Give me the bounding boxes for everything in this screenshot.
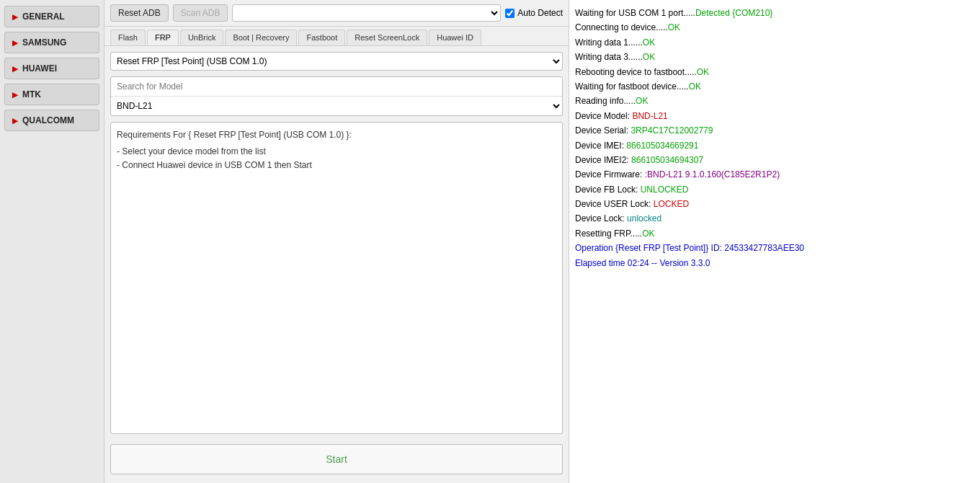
tabs-bar: FlashFRPUnBrickBoot | RecoveryFastbootRe… — [104, 27, 569, 46]
tab-flash[interactable]: Flash — [110, 30, 146, 45]
log-line: Connecting to device.....OK — [575, 20, 974, 35]
requirement-item: - Select your device model from the list — [117, 145, 556, 159]
sidebar: ▶GENERAL▶SAMSUNG▶HUAWEI▶MTK▶QUALCOMM — [0, 0, 104, 483]
sidebar-item-general[interactable]: ▶GENERAL — [4, 6, 99, 27]
arrow-icon: ▶ — [12, 117, 18, 125]
model-search-input[interactable] — [111, 77, 562, 97]
auto-detect-checkbox[interactable] — [505, 9, 514, 18]
log-line: Device IMEI2: 866105034694307 — [575, 153, 974, 167]
log-line: Writing data 1......OK — [575, 35, 974, 50]
start-button[interactable]: Start — [110, 444, 563, 474]
auto-detect-container: Auto Detect — [505, 8, 563, 18]
model-select[interactable]: BND-L21 — [111, 97, 562, 115]
sidebar-item-mtk[interactable]: ▶MTK — [4, 84, 99, 105]
toolbar: Reset ADB Scan ADB Auto Detect — [104, 0, 569, 27]
log-line: Writing data 3......OK — [575, 50, 974, 64]
log-line: Waiting for USB COM 1 port.....Detected … — [575, 6, 974, 20]
start-btn-container: Start — [110, 440, 563, 477]
search-model-box: BND-L21 — [110, 76, 563, 116]
reset-adb-button[interactable]: Reset ADB — [110, 4, 169, 22]
requirements-box: Requirements For { Reset FRP [Test Point… — [110, 122, 563, 434]
log-line: Device Lock: unlocked — [575, 211, 974, 226]
arrow-icon: ▶ — [12, 39, 18, 47]
frp-mode-select[interactable]: Reset FRP [Test Point] (USB COM 1.0) — [110, 52, 563, 71]
log-line: Device USER Lock: LOCKED — [575, 197, 974, 211]
arrow-icon: ▶ — [12, 91, 18, 99]
log-line: Resetting FRP.....OK — [575, 226, 974, 241]
tab-fastboot[interactable]: Fastboot — [298, 30, 345, 45]
main-panel: Reset ADB Scan ADB Auto Detect FlashFRPU… — [104, 0, 569, 483]
requirements-items: - Select your device model from the list… — [117, 145, 556, 172]
frp-dropdown-row: Reset FRP [Test Point] (USB COM 1.0) — [110, 52, 563, 71]
sidebar-item-label: HUAWEI — [22, 63, 57, 74]
port-select[interactable] — [232, 4, 501, 22]
sidebar-item-label: MTK — [22, 89, 41, 99]
arrow-icon: ▶ — [12, 65, 18, 73]
log-line: Operation {Reset FRP [Test Point]} ID: 2… — [575, 241, 974, 255]
content-area: Reset FRP [Test Point] (USB COM 1.0) BND… — [104, 46, 569, 483]
sidebar-item-label: SAMSUNG — [22, 37, 66, 48]
sidebar-item-label: GENERAL — [22, 12, 65, 22]
arrow-icon: ▶ — [12, 13, 18, 21]
log-line: Device Firmware: :BND-L21 9.1.0.160(C185… — [575, 167, 974, 182]
sidebar-item-qualcomm[interactable]: ▶QUALCOMM — [4, 110, 99, 131]
log-line: Device IMEI: 866105034669291 — [575, 138, 974, 153]
tab-huawei-id[interactable]: Huawei ID — [429, 30, 481, 45]
log-line: Device FB Lock: UNLOCKED — [575, 182, 974, 197]
tab-frp[interactable]: FRP — [147, 30, 179, 45]
auto-detect-label: Auto Detect — [517, 8, 563, 18]
tab-reset-screenlock[interactable]: Reset ScreenLock — [347, 30, 427, 45]
tab-unbrick[interactable]: UnBrick — [180, 30, 224, 45]
scan-adb-button[interactable]: Scan ADB — [173, 4, 228, 22]
log-panel: Waiting for USB COM 1 port.....Detected … — [569, 0, 980, 483]
sidebar-item-huawei[interactable]: ▶HUAWEI — [4, 58, 99, 79]
requirements-title: Requirements For { Reset FRP [Test Point… — [117, 128, 556, 142]
sidebar-item-samsung[interactable]: ▶SAMSUNG — [4, 32, 99, 53]
requirement-item: - Connect Huawei device in USB COM 1 the… — [117, 159, 556, 172]
log-line: Device Model: BND-L21 — [575, 109, 974, 123]
log-line: Rebooting device to fastboot.....OK — [575, 65, 974, 79]
tab-boot-recovery[interactable]: Boot | Recovery — [225, 30, 297, 45]
log-line: Device Serial: 3RP4C17C12002779 — [575, 123, 974, 138]
sidebar-item-label: QUALCOMM — [22, 115, 74, 125]
log-line: Reading info.....OK — [575, 94, 974, 108]
log-line: Elapsed time 02:24 -- Version 3.3.0 — [575, 256, 974, 270]
log-line: Waiting for fastboot device.....OK — [575, 79, 974, 94]
